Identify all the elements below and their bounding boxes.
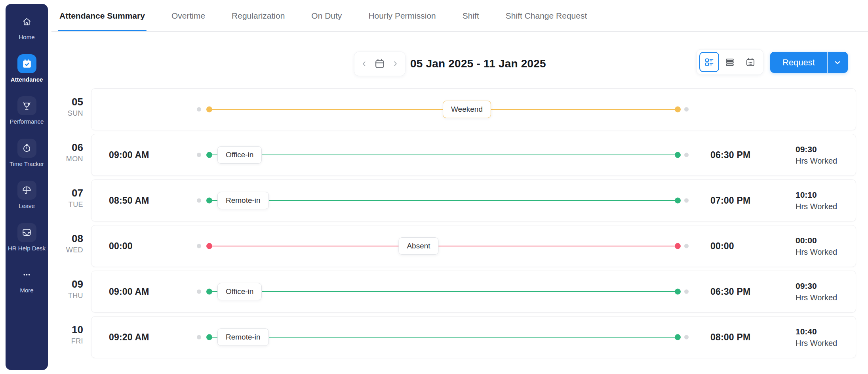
hours-value: 10:40 xyxy=(796,326,837,338)
attendance-row: 05 SUN Weekend xyxy=(51,88,868,130)
status-badge[interactable]: Office-in xyxy=(217,283,262,300)
check-in-time: 00:00 xyxy=(109,241,133,252)
chevron-down-icon xyxy=(833,58,842,67)
timeline-line xyxy=(209,246,678,246)
timeline-line xyxy=(209,291,678,292)
hours-value: 10:10 xyxy=(796,189,837,201)
status-badge[interactable]: Remote-in xyxy=(217,328,269,346)
check-out-time: 07:00 PM xyxy=(710,195,750,206)
end-dot xyxy=(675,107,681,113)
view-list-button[interactable] xyxy=(720,52,740,72)
view-summary-button[interactable] xyxy=(699,52,719,72)
tab-label: Hourly Permission xyxy=(368,11,436,21)
tab-overtime[interactable]: Overtime xyxy=(171,0,206,31)
list-view-icon xyxy=(724,57,735,68)
check-out-time: 00:00 xyxy=(710,241,734,252)
hours-value: 09:30 xyxy=(796,280,837,292)
prev-week-button[interactable] xyxy=(360,59,369,69)
tab-shift[interactable]: Shift xyxy=(462,0,480,31)
day-number: 10 xyxy=(51,324,83,336)
day-name: MON xyxy=(51,155,83,163)
performance-icon xyxy=(17,96,36,115)
tab-label: Overtime xyxy=(171,11,205,21)
view-calendar-button[interactable] xyxy=(740,52,760,72)
hours-worked: 09:30 Hrs Worked xyxy=(796,143,837,166)
day-column: 08 WED xyxy=(51,225,91,267)
sidebar-item-performance[interactable]: Performance xyxy=(6,96,48,125)
next-week-button[interactable] xyxy=(390,59,400,69)
status-badge[interactable]: Remote-in xyxy=(217,192,269,209)
start-dot-muted xyxy=(197,107,201,112)
hours-value: 09:30 xyxy=(796,143,837,155)
tab-bar: Attendance Summary Overtime Regularizati… xyxy=(51,0,868,32)
attendance-card: Weekend xyxy=(91,88,856,130)
end-dot xyxy=(675,198,681,204)
day-number: 07 xyxy=(51,187,83,199)
sidebar: Home Attendance Performance Time Tracker… xyxy=(6,4,48,370)
attendance-icon xyxy=(17,54,36,73)
request-dropdown-button[interactable] xyxy=(827,52,848,73)
day-column: 09 THU xyxy=(51,271,91,313)
day-column: 06 MON xyxy=(51,134,91,176)
sidebar-item-attendance[interactable]: Attendance xyxy=(6,54,48,83)
leave-icon xyxy=(17,181,36,200)
sidebar-item-home[interactable]: Home xyxy=(6,12,48,41)
summary-view-icon xyxy=(704,57,715,68)
hours-label: Hrs Worked xyxy=(796,292,837,303)
date-range-label: 05 Jan 2025 - 11 Jan 2025 xyxy=(410,52,546,76)
tab-attendance-summary[interactable]: Attendance Summary xyxy=(59,0,146,31)
day-number: 05 xyxy=(51,96,83,108)
sidebar-item-label: Home xyxy=(19,34,34,41)
hr-help-desk-icon xyxy=(17,223,36,242)
hours-worked: 10:40 Hrs Worked xyxy=(796,326,837,349)
status-badge[interactable]: Weekend xyxy=(443,101,491,118)
calendar-icon xyxy=(373,57,386,70)
tab-regularization[interactable]: Regularization xyxy=(231,0,286,31)
attendance-card: 09:00 AM Office-in 06:30 PM 09:30 Hrs Wo… xyxy=(91,271,856,313)
attendance-card: 00:00 Absent 00:00 00:00 Hrs Worked xyxy=(91,225,856,267)
start-dot-muted xyxy=(197,290,201,294)
day-name: FRI xyxy=(51,337,83,345)
calendar-picker-button[interactable] xyxy=(373,57,387,71)
day-name: THU xyxy=(51,292,83,300)
hours-label: Hrs Worked xyxy=(796,246,837,258)
hours-label: Hrs Worked xyxy=(796,155,837,166)
hours-worked: 09:30 Hrs Worked xyxy=(796,280,837,303)
status-badge[interactable]: Absent xyxy=(398,237,438,255)
timeline-line xyxy=(209,200,678,201)
day-name: TUE xyxy=(51,200,83,209)
start-dot-muted xyxy=(197,153,201,157)
hours-value: 00:00 xyxy=(796,235,837,246)
sidebar-item-more[interactable]: More xyxy=(6,265,48,294)
end-dot-muted xyxy=(684,107,689,112)
sidebar-item-label: Attendance xyxy=(11,76,43,83)
main-content: Attendance Summary Overtime Regularizati… xyxy=(51,0,868,374)
sidebar-item-leave[interactable]: Leave xyxy=(6,181,48,210)
view-toggle-group xyxy=(697,50,763,74)
tab-on-duty[interactable]: On Duty xyxy=(310,0,343,31)
attendance-card: 08:50 AM Remote-in 07:00 PM 10:10 Hrs Wo… xyxy=(91,179,856,221)
check-out-time: 06:30 PM xyxy=(710,150,750,160)
chevron-right-icon xyxy=(391,60,399,68)
sidebar-item-hr-help-desk[interactable]: HR Help Desk xyxy=(6,223,48,252)
hours-label: Hrs Worked xyxy=(796,201,837,212)
request-split-button: Request xyxy=(770,52,848,73)
attendance-row: 08 WED 00:00 Absent 00:00 00:00 Hrs Work… xyxy=(51,225,868,267)
home-icon xyxy=(17,12,36,31)
timeline-line xyxy=(209,155,678,155)
tab-label: Regularization xyxy=(232,11,285,21)
request-button[interactable]: Request xyxy=(770,52,827,73)
tab-shift-change-request[interactable]: Shift Change Request xyxy=(505,0,588,31)
tab-label: Shift Change Request xyxy=(506,11,587,21)
check-in-time: 09:00 AM xyxy=(109,286,149,297)
more-icon xyxy=(17,265,36,284)
attendance-row: 06 MON 09:00 AM Office-in 06:30 PM 09:30… xyxy=(51,134,868,176)
day-number: 08 xyxy=(51,233,83,245)
tab-hourly-permission[interactable]: Hourly Permission xyxy=(367,0,436,31)
status-badge[interactable]: Office-in xyxy=(217,146,262,164)
sidebar-item-label: Time Tracker xyxy=(10,161,44,168)
end-dot xyxy=(675,152,681,158)
sidebar-item-time-tracker[interactable]: Time Tracker xyxy=(6,139,48,168)
attendance-row: 10 FRI 09:20 AM Remote-in 08:00 PM 10:40… xyxy=(51,316,868,358)
sidebar-nav: Home Attendance Performance Time Tracker… xyxy=(6,12,48,307)
